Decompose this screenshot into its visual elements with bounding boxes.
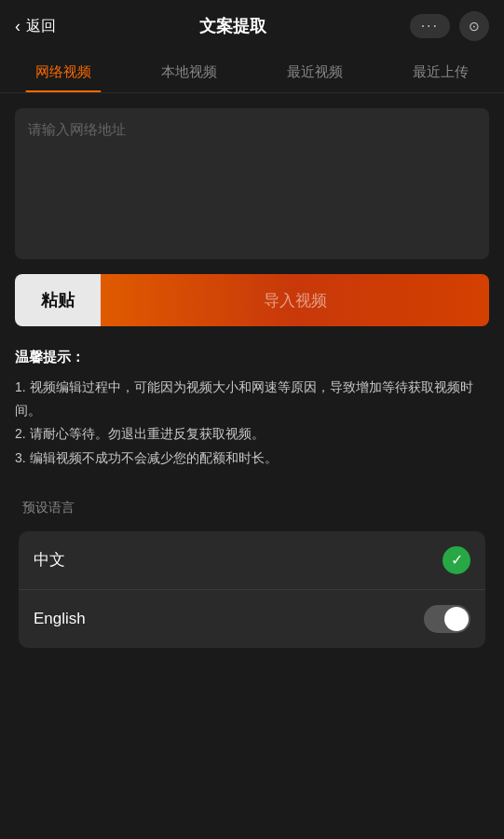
check-icon-chinese: ✓ bbox=[443, 546, 470, 574]
language-item-chinese[interactable]: 中文 ✓ bbox=[19, 531, 485, 590]
main-content: 粘贴 导入视频 温馨提示： 1. 视频编辑过程中，可能因为视频大小和网速等原因，… bbox=[0, 93, 504, 663]
language-name-chinese: 中文 bbox=[34, 549, 65, 571]
header: ‹ 返回 文案提取 ··· ⊙ bbox=[0, 0, 504, 52]
back-label: 返回 bbox=[26, 17, 56, 36]
language-section-label: 预设语言 bbox=[19, 500, 485, 516]
tab-local-video[interactable]: 本地视频 bbox=[126, 52, 252, 92]
action-buttons: 粘贴 导入视频 bbox=[15, 274, 489, 326]
language-section: 预设语言 中文 ✓ English bbox=[15, 500, 489, 648]
import-button[interactable]: 导入视频 bbox=[101, 274, 489, 326]
paste-button[interactable]: 粘贴 bbox=[15, 274, 101, 326]
tab-bar: 网络视频 本地视频 最近视频 最近上传 bbox=[0, 52, 504, 93]
tips-item-2: 2. 请耐心等待。勿退出重进反复获取视频。 bbox=[15, 422, 489, 446]
tab-network-video[interactable]: 网络视频 bbox=[0, 52, 126, 92]
header-actions: ··· ⊙ bbox=[410, 11, 489, 41]
url-input[interactable] bbox=[28, 121, 476, 242]
tips-title: 温馨提示： bbox=[15, 349, 489, 366]
tab-recent-upload[interactable]: 最近上传 bbox=[378, 52, 504, 92]
language-list: 中文 ✓ English bbox=[19, 531, 485, 648]
language-item-english[interactable]: English bbox=[19, 590, 485, 648]
back-button[interactable]: ‹ 返回 bbox=[15, 17, 56, 36]
tips-item-1: 1. 视频编辑过程中，可能因为视频大小和网速等原因，导致增加等待获取视频时间。 bbox=[15, 376, 489, 422]
tab-recent-video[interactable]: 最近视频 bbox=[252, 52, 378, 92]
tips-item-3: 3. 编辑视频不成功不会减少您的配额和时长。 bbox=[15, 447, 489, 470]
record-icon[interactable]: ⊙ bbox=[459, 11, 489, 41]
toggle-english[interactable] bbox=[424, 605, 470, 633]
language-name-english: English bbox=[34, 610, 86, 628]
more-options-icon[interactable]: ··· bbox=[410, 14, 450, 38]
page-title: 文案提取 bbox=[56, 15, 410, 37]
back-arrow-icon: ‹ bbox=[15, 17, 20, 36]
url-input-wrapper bbox=[15, 108, 489, 259]
tips-section: 温馨提示： 1. 视频编辑过程中，可能因为视频大小和网速等原因，导致增加等待获取… bbox=[15, 349, 489, 470]
